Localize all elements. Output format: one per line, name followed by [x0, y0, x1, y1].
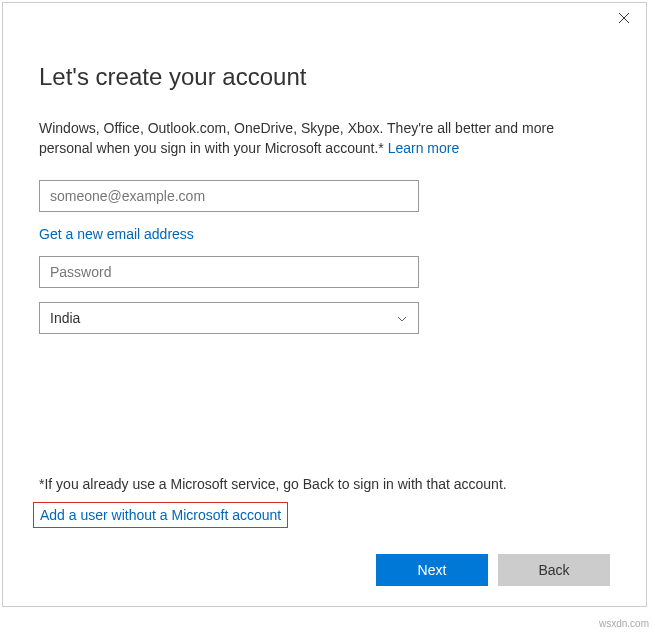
country-select[interactable]: India — [39, 302, 419, 334]
next-button[interactable]: Next — [376, 554, 488, 586]
close-button[interactable] — [601, 3, 646, 33]
description-text: Windows, Office, Outlook.com, OneDrive, … — [39, 119, 599, 158]
dialog-content: Let's create your account Windows, Offic… — [3, 3, 646, 334]
description-body: Windows, Office, Outlook.com, OneDrive, … — [39, 120, 554, 156]
add-user-without-ms-account-link[interactable]: Add a user without a Microsoft account — [33, 502, 288, 528]
page-title: Let's create your account — [39, 63, 610, 91]
chevron-down-icon — [396, 312, 408, 324]
password-field[interactable] — [39, 256, 419, 288]
email-field[interactable] — [39, 180, 419, 212]
watermark-text: wsxdn.com — [599, 618, 649, 629]
back-button[interactable]: Back — [498, 554, 610, 586]
create-account-dialog: Let's create your account Windows, Offic… — [2, 2, 647, 607]
footer-area: *If you already use a Microsoft service,… — [39, 476, 610, 586]
country-selected-value: India — [50, 310, 80, 326]
close-icon — [619, 11, 629, 26]
button-row: Next Back — [39, 554, 610, 586]
learn-more-link[interactable]: Learn more — [388, 140, 460, 156]
footnote-text: *If you already use a Microsoft service,… — [39, 476, 610, 492]
get-new-email-link[interactable]: Get a new email address — [39, 226, 194, 242]
